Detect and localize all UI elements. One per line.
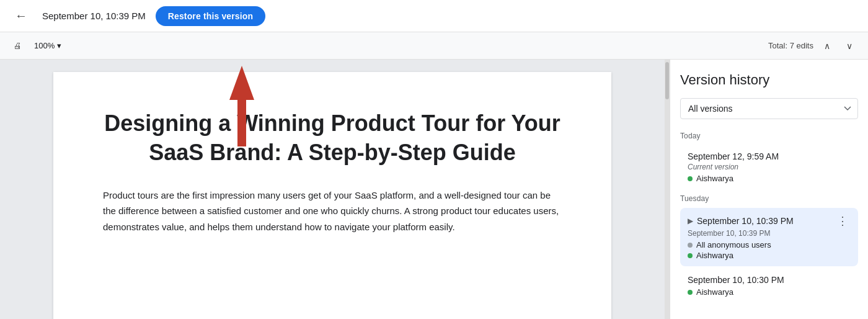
version-users: Aishwarya <box>688 174 851 183</box>
document-body: Product tours are the first impression m… <box>103 187 562 235</box>
user-dot-green-3 <box>688 290 693 295</box>
chevron-down-icon: ∨ <box>846 41 852 51</box>
version-history-panel: Version history All versions Named versi… <box>670 60 868 319</box>
zoom-dropdown-icon: ▾ <box>57 41 61 50</box>
toolbar-left: 🖨 100% ▾ <box>10 38 65 53</box>
version-time-1030: September 10, 10:30 PM <box>688 275 784 285</box>
version-time: September 12, 9:59 AM <box>688 151 779 161</box>
user-anon-label: All anonymous users <box>696 240 771 249</box>
nav-up-button[interactable]: ∧ <box>818 37 836 55</box>
version-item-sep10-1039[interactable]: ▶ September 10, 10:39 PM ⋮ September 10,… <box>680 208 858 266</box>
print-icon: 🖨 <box>14 41 22 50</box>
back-button[interactable]: ← <box>10 5 32 27</box>
version-item-header-active: ▶ September 10, 10:39 PM ⋮ <box>688 214 851 228</box>
user-row-aishwarya-2: Aishwarya <box>688 287 851 297</box>
user-row-anon: All anonymous users <box>688 240 851 249</box>
user-dot-gray <box>688 243 693 248</box>
version-more-button[interactable]: ⋮ <box>835 214 851 228</box>
restore-version-button[interactable]: Restore this version <box>156 6 265 26</box>
main-layout: Designing a Winning Product Tour for You… <box>0 60 868 319</box>
version-item-sep12[interactable]: September 12, 9:59 AM Current version Ai… <box>680 145 858 189</box>
user-row: Aishwarya <box>688 174 851 183</box>
print-button[interactable]: 🖨 <box>10 38 25 53</box>
document-page: Designing a Winning Product Tour for You… <box>53 72 611 319</box>
zoom-selector[interactable]: 100% ▾ <box>30 38 65 53</box>
section-label-tuesday: Tuesday <box>680 194 858 203</box>
chevron-right-icon: ▶ <box>688 217 693 225</box>
version-current-label: Current version <box>688 163 851 171</box>
version-users-active: All anonymous users Aishwarya <box>688 240 851 260</box>
user-row-aishwarya: Aishwarya <box>688 251 851 260</box>
version-history-title: Version history <box>680 72 858 88</box>
version-time-active: September 10, 10:39 PM <box>697 216 794 226</box>
top-bar: ← September 10, 10:39 PM Restore this ve… <box>0 0 868 32</box>
version-users-1030: Aishwarya <box>688 287 851 297</box>
chevron-up-icon: ∧ <box>824 41 830 51</box>
selected-version-date: September 10, 10:39 PM <box>42 11 146 21</box>
section-label-today: Today <box>680 132 858 140</box>
zoom-value: 100% <box>34 41 55 50</box>
toolbar: 🖨 100% ▾ Total: 7 edits ∧ ∨ <box>0 32 868 60</box>
user-name-3: Aishwarya <box>696 287 733 297</box>
document-title: Designing a Winning Product Tour for You… <box>103 109 562 168</box>
version-item-sep10-1030[interactable]: September 10, 10:30 PM Aishwarya <box>680 269 858 303</box>
scrollbar-thumb[interactable] <box>665 62 669 99</box>
user-name: Aishwarya <box>696 174 733 183</box>
total-edits-label: Total: 7 edits <box>768 41 813 50</box>
toolbar-right: Total: 7 edits ∧ ∨ <box>768 37 858 55</box>
scrollbar-track[interactable] <box>665 60 670 319</box>
nav-down-button[interactable]: ∨ <box>841 37 858 55</box>
user-dot-green-2 <box>688 253 693 258</box>
versions-filter-dropdown[interactable]: All versions Named versions <box>680 98 858 119</box>
document-area: Designing a Winning Product Tour for You… <box>0 60 665 319</box>
user-dot-green <box>688 176 693 181</box>
version-item-header: September 12, 9:59 AM <box>688 151 851 161</box>
version-item-header-1030: September 10, 10:30 PM <box>688 275 851 285</box>
user-name-2: Aishwarya <box>696 251 733 260</box>
version-sub-label: September 10, 10:39 PM <box>688 229 851 238</box>
